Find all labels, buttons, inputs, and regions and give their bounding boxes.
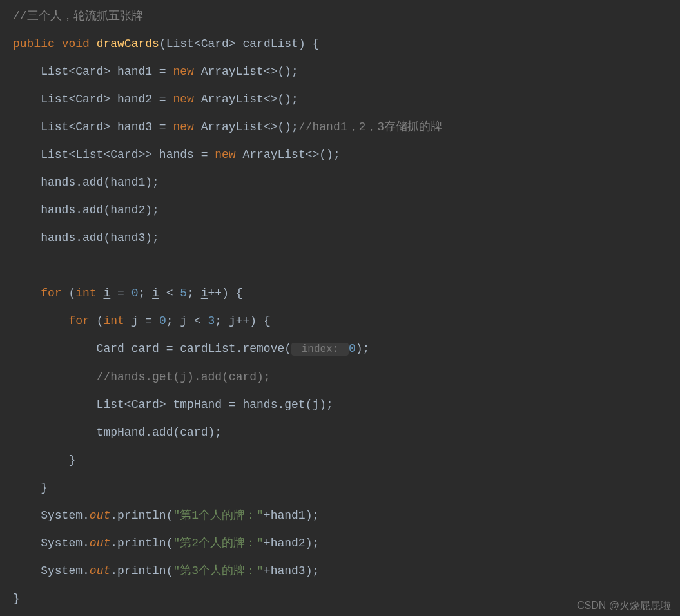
code-text: tmpHand.add(card); [13, 426, 222, 439]
code-line: for (int j = 0; j < 3; j++) { [0, 307, 680, 335]
code-line: hands.add(hand2); [0, 197, 680, 224]
keyword-new: new [173, 93, 193, 106]
code-line: List<Card> hand3 = new ArrayList<>();//h… [0, 113, 680, 141]
code-text: ; [187, 287, 201, 300]
function-name: drawCards [97, 37, 159, 50]
code-text: List<Card> tmpHand = hands.get(j); [13, 398, 333, 411]
var-i: i [201, 287, 208, 300]
code-line: for (int i = 0; i < 5; i++) { [0, 280, 680, 307]
keyword-for: for [68, 314, 89, 327]
field-out: out [90, 564, 110, 577]
code-text: List<Card> hand2 = [13, 93, 173, 106]
code-text: ++) { [236, 314, 271, 327]
code-text: Card card = cardList.remove( [13, 342, 291, 355]
code-line: System.out.println("第1个人的牌："+hand1); [0, 502, 680, 530]
code-text: List<Card> hand3 = [13, 120, 173, 133]
code-text: hands.add(hand1); [13, 176, 159, 189]
string-literal: "第2个人的牌：" [173, 537, 263, 550]
code-text: List<Card> hand1 = [13, 65, 173, 78]
keyword-void: void [62, 37, 90, 50]
number-five: 5 [180, 287, 187, 300]
code-text: < [187, 314, 208, 327]
code-line: } [0, 474, 680, 502]
code-text: ArrayList<>(); [194, 93, 298, 106]
code-text: .println( [110, 537, 173, 550]
code-line: hands.add(hand3); [0, 224, 680, 252]
string-literal: "第1个人的牌：" [173, 509, 263, 522]
keyword-new: new [215, 148, 235, 161]
code-line: List<Card> hand1 = new ArrayList<>(); [0, 58, 680, 86]
code-text: +hand3); [264, 564, 319, 577]
code-line [0, 252, 680, 280]
var-j: j [131, 314, 139, 327]
code-text: hands.add(hand2); [13, 204, 159, 217]
code-text: = [110, 287, 131, 300]
string-literal: "第3个人的牌：" [173, 564, 263, 577]
code-text: ++) { [208, 287, 243, 300]
number-zero: 0 [349, 342, 356, 355]
code-text: ( [90, 314, 104, 327]
keyword-int: int [75, 287, 96, 300]
code-text: ( [62, 287, 76, 300]
keyword-int: int [103, 314, 124, 327]
inlay-hint-index: index: [291, 343, 349, 356]
csdn-watermark: CSDN @火烧屁屁啦 [577, 601, 671, 611]
code-text: ; [215, 314, 229, 327]
number-zero: 0 [159, 314, 166, 327]
number-three: 3 [208, 314, 215, 327]
code-text: } [13, 454, 75, 467]
code-text: ArrayList<>(); [194, 65, 298, 78]
keyword-public: public [13, 37, 55, 50]
keyword-for: for [41, 287, 61, 300]
code-line: tmpHand.add(card); [0, 419, 680, 447]
comment: //hand1，2，3存储抓的牌 [298, 120, 442, 133]
number-zero: 0 [131, 287, 139, 300]
code-text: List<List<Card>> hands = [13, 148, 215, 161]
signature: (List<Card> cardList) { [159, 37, 319, 50]
indent [13, 287, 41, 300]
code-line: List<Card> hand2 = new ArrayList<>(); [0, 86, 680, 113]
keyword-new: new [173, 120, 193, 133]
code-text: System. [13, 564, 90, 577]
code-line: } [0, 447, 680, 474]
var-i: i [103, 287, 110, 300]
code-text [97, 287, 104, 300]
indent [13, 314, 68, 327]
code-text: ArrayList<>(); [194, 120, 298, 133]
code-line: System.out.println("第2个人的牌："+hand2); [0, 530, 680, 557]
code-text: hands.add(hand3); [13, 231, 159, 244]
code-line: System.out.println("第3个人的牌："+hand3); [0, 557, 680, 585]
var-j: j [180, 314, 187, 327]
code-line: hands.add(hand1); [0, 169, 680, 197]
code-text: ); [356, 342, 370, 355]
code-text: +hand1); [264, 509, 319, 522]
comment: //hands.get(j).add(card); [13, 371, 271, 383]
code-text: .println( [110, 564, 173, 577]
code-text: = [138, 314, 159, 327]
comment: //三个人，轮流抓五张牌 [13, 10, 143, 23]
field-out: out [90, 509, 110, 522]
var-i: i [152, 287, 159, 300]
code-text: System. [13, 509, 90, 522]
code-text: +hand2); [264, 537, 319, 550]
code-text: ; [138, 287, 152, 300]
code-line: //三个人，轮流抓五张牌 [0, 3, 680, 30]
code-line: List<Card> tmpHand = hands.get(j); [0, 391, 680, 419]
code-line: Card card = cardList.remove( index: 0); [0, 335, 680, 363]
code-line: List<List<Card>> hands = new ArrayList<>… [0, 141, 680, 169]
keyword-new: new [173, 65, 193, 78]
code-text: System. [13, 537, 90, 550]
code-text: < [159, 287, 180, 300]
var-j: j [229, 314, 236, 327]
code-line: public void drawCards(List<Card> cardLis… [0, 30, 680, 58]
code-text: ArrayList<>(); [236, 148, 340, 161]
code-text: } [13, 592, 20, 605]
code-text: .println( [110, 509, 173, 522]
code-text: ; [166, 314, 180, 327]
code-text: } [13, 481, 48, 494]
code-line: //hands.get(j).add(card); [0, 363, 680, 391]
field-out: out [90, 537, 110, 550]
